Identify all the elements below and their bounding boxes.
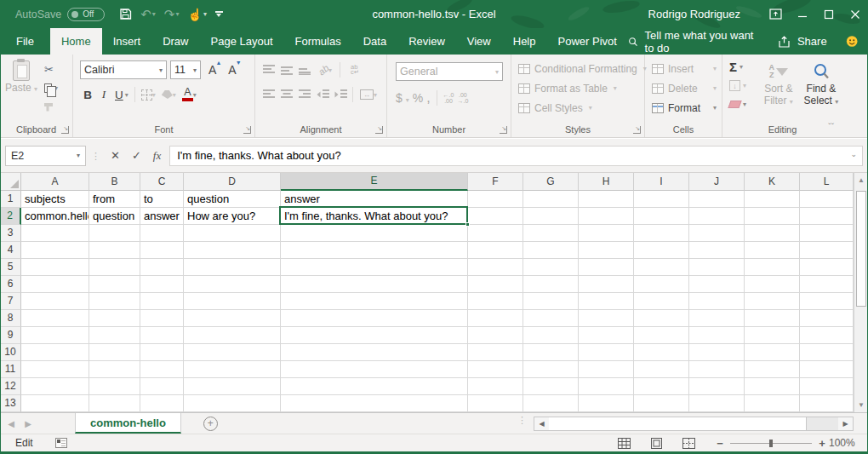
feedback-smiley-icon[interactable] — [846, 34, 858, 49]
cell-D9[interactable] — [184, 327, 281, 344]
page-layout-view-button[interactable] — [640, 438, 672, 449]
tab-review[interactable]: Review — [397, 28, 456, 55]
cell-L10[interactable] — [800, 344, 854, 361]
share-button[interactable]: Share — [778, 35, 827, 48]
autosum-button[interactable]: Σ▾ — [729, 59, 757, 74]
format-as-table-button[interactable]: Format as Table▾ — [511, 78, 644, 98]
cell-H6[interactable] — [579, 276, 634, 293]
cell-E5[interactable] — [281, 259, 468, 276]
cell-K13[interactable] — [745, 395, 800, 412]
cell-L7[interactable] — [800, 293, 854, 310]
cell-C3[interactable] — [140, 225, 184, 242]
cell-D5[interactable] — [184, 259, 281, 276]
shrink-font-button[interactable]: A▼ — [224, 63, 240, 77]
align-left-button[interactable] — [260, 85, 277, 104]
cell-D6[interactable] — [184, 276, 281, 293]
cell-G7[interactable] — [523, 293, 579, 310]
merge-center-button[interactable]: ↔▾ — [357, 85, 380, 104]
cell-E12[interactable] — [281, 378, 468, 395]
cell-L11[interactable] — [800, 361, 854, 378]
cell-J12[interactable] — [689, 378, 745, 395]
cell-A6[interactable] — [21, 276, 89, 293]
increase-decimal-button[interactable]: ←.0.00 — [443, 92, 454, 104]
cell-E9[interactable] — [281, 327, 468, 344]
horizontal-scroll-thumb[interactable] — [549, 417, 807, 430]
cell-D7[interactable] — [184, 293, 281, 310]
cell-L13[interactable] — [800, 395, 854, 412]
cell-H8[interactable] — [579, 310, 634, 327]
cell-I1[interactable] — [634, 191, 689, 208]
tab-file[interactable]: File — [0, 28, 50, 55]
align-bottom-button[interactable] — [296, 60, 313, 79]
cell-G4[interactable] — [523, 242, 579, 259]
cell-B5[interactable] — [89, 259, 140, 276]
delete-cells-button[interactable]: Delete▾ — [645, 78, 722, 98]
scroll-left-icon[interactable]: ◀ — [534, 417, 549, 430]
cell-J2[interactable] — [689, 208, 745, 225]
insert-cells-button[interactable]: Insert▾ — [645, 59, 722, 78]
cell-E11[interactable] — [281, 361, 468, 378]
cell-I2[interactable] — [634, 208, 689, 225]
zoom-in-button[interactable]: + — [815, 437, 829, 450]
comma-style-button[interactable]: , — [426, 90, 430, 106]
sort-filter-button[interactable]: AZ Sort & Filter ▾ — [757, 60, 800, 112]
cell-C6[interactable] — [140, 276, 184, 293]
percent-style-button[interactable]: % — [413, 91, 423, 105]
cell-J6[interactable] — [689, 276, 745, 293]
accounting-format-button[interactable]: $ ▾ — [396, 91, 409, 105]
cell-C12[interactable] — [140, 378, 184, 395]
cell-K5[interactable] — [745, 259, 800, 276]
cell-F11[interactable] — [468, 361, 523, 378]
row-header-12[interactable]: 12 — [0, 378, 21, 395]
tab-home[interactable]: Home — [50, 28, 102, 55]
cell-D11[interactable] — [184, 361, 281, 378]
scroll-down-icon[interactable]: ▼ — [854, 398, 868, 412]
tell-me-box[interactable]: Tell me what you want to do — [628, 29, 759, 55]
cell-B1[interactable]: from — [89, 191, 140, 208]
cell-J1[interactable] — [689, 191, 745, 208]
cell-K9[interactable] — [745, 327, 800, 344]
alignment-dialog-launcher[interactable]: ↘ — [375, 126, 383, 134]
cell-F3[interactable] — [468, 225, 523, 242]
cell-E2[interactable]: I'm fine, thanks. What about you? — [281, 208, 468, 225]
font-name-combo[interactable]: Calibri▾ — [80, 60, 167, 79]
cell-H1[interactable] — [579, 191, 634, 208]
row-header-7[interactable]: 7 — [0, 293, 21, 310]
column-header-H[interactable]: H — [579, 173, 634, 191]
cell-J13[interactable] — [689, 395, 745, 412]
cell-I9[interactable] — [634, 327, 689, 344]
cell-H9[interactable] — [579, 327, 634, 344]
font-dialog-launcher[interactable]: ↘ — [243, 126, 251, 134]
cell-B8[interactable] — [89, 310, 140, 327]
cell-C9[interactable] — [140, 327, 184, 344]
cell-F2[interactable] — [468, 208, 523, 225]
cell-J8[interactable] — [689, 310, 745, 327]
paste-button[interactable]: Paste ▾ — [3, 59, 39, 94]
cell-B6[interactable] — [89, 276, 140, 293]
save-button[interactable] — [117, 3, 134, 26]
cell-I6[interactable] — [634, 276, 689, 293]
cell-E4[interactable] — [281, 242, 468, 259]
clear-button[interactable]: ▾ — [729, 96, 757, 112]
cell-G10[interactable] — [523, 344, 579, 361]
cell-G1[interactable] — [523, 191, 579, 208]
cell-G9[interactable] — [523, 327, 579, 344]
cell-L9[interactable] — [800, 327, 854, 344]
cell-B9[interactable] — [89, 327, 140, 344]
cell-I11[interactable] — [634, 361, 689, 378]
formula-input[interactable]: I'm fine, thanks. What about you? ⌄ — [169, 146, 863, 166]
cell-E13[interactable] — [281, 395, 468, 412]
cell-J11[interactable] — [689, 361, 745, 378]
cell-D13[interactable] — [184, 395, 281, 412]
tab-power-pivot[interactable]: Power Pivot — [547, 28, 628, 55]
cell-K10[interactable] — [745, 344, 800, 361]
select-all-corner[interactable] — [0, 173, 21, 191]
cell-C2[interactable]: answer — [140, 208, 184, 225]
conditional-formatting-button[interactable]: Conditional Formatting▾ — [511, 59, 644, 78]
zoom-slider-thumb[interactable] — [769, 440, 773, 447]
macro-record-icon[interactable] — [55, 438, 67, 448]
expand-formula-bar-icon[interactable]: ⌄ — [850, 150, 857, 158]
cell-L12[interactable] — [800, 378, 854, 395]
cell-G13[interactable] — [523, 395, 579, 412]
cell-F4[interactable] — [468, 242, 523, 259]
